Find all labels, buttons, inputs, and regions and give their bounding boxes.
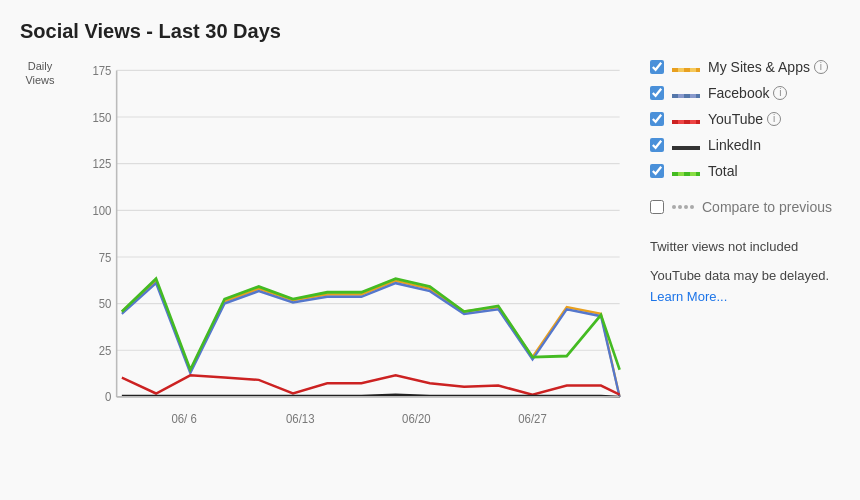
legend-checkbox-total[interactable] — [650, 164, 664, 178]
svg-text:100: 100 — [92, 203, 111, 218]
svg-text:06/ 6: 06/ 6 — [171, 412, 197, 427]
legend-item-linkedin: LinkedIn — [650, 137, 840, 153]
legend-item-my-sites: My Sites & Appsi — [650, 59, 840, 75]
legend-label-text-linkedin: LinkedIn — [708, 137, 761, 153]
compare-dots-icon — [672, 205, 694, 209]
chart-inner: 175 150 125 100 75 50 25 0 06/ 6 06/13 0… — [70, 59, 630, 480]
info-icon-facebook[interactable]: i — [773, 86, 787, 100]
legend-icon-facebook — [672, 94, 700, 98]
compare-section: Compare to previous — [650, 199, 840, 215]
svg-text:175: 175 — [92, 63, 111, 78]
series-youtube — [122, 375, 620, 394]
legend-icon-linkedin — [672, 146, 700, 150]
youtube-note: YouTube data may be delayed. Learn More.… — [650, 266, 840, 308]
svg-text:06/13: 06/13 — [286, 412, 315, 427]
svg-text:50: 50 — [99, 297, 112, 312]
legend-label-text-facebook: Facebook — [708, 85, 769, 101]
twitter-note: Twitter views not included — [650, 237, 840, 258]
legend-panel: My Sites & AppsiFacebookiYouTubeiLinkedI… — [630, 59, 840, 480]
legend-icon-my-sites — [672, 68, 700, 72]
compare-label[interactable]: Compare to previous — [702, 199, 832, 215]
svg-text:06/20: 06/20 — [402, 412, 431, 427]
legend-label-total: Total — [708, 163, 738, 179]
page-title: Social Views - Last 30 Days — [20, 20, 840, 43]
legend-item-facebook: Facebooki — [650, 85, 840, 101]
learn-more-link[interactable]: Learn More... — [650, 289, 727, 304]
legend-icon-total — [672, 172, 700, 176]
y-axis-label: Daily Views — [20, 59, 60, 88]
svg-text:0: 0 — [105, 390, 112, 405]
legend-label-text-my-sites: My Sites & Apps — [708, 59, 810, 75]
svg-text:75: 75 — [99, 250, 112, 265]
info-icon-youtube[interactable]: i — [767, 112, 781, 126]
chart-svg: 175 150 125 100 75 50 25 0 06/ 6 06/13 0… — [70, 59, 630, 480]
svg-text:125: 125 — [92, 157, 111, 172]
legend-label-my-sites: My Sites & Appsi — [708, 59, 828, 75]
compare-checkbox[interactable] — [650, 200, 664, 214]
series-sites — [122, 281, 620, 397]
svg-text:06/27: 06/27 — [518, 412, 547, 427]
notes-section: Twitter views not included YouTube data … — [650, 237, 840, 307]
legend-label-text-youtube: YouTube — [708, 111, 763, 127]
legend-checkbox-linkedin[interactable] — [650, 138, 664, 152]
legend-label-linkedin: LinkedIn — [708, 137, 761, 153]
legend-checkbox-facebook[interactable] — [650, 86, 664, 100]
chart-area: Daily Views 175 150 125 100 75 50 25 — [20, 59, 630, 480]
legend-label-youtube: YouTubei — [708, 111, 781, 127]
info-icon-my-sites[interactable]: i — [814, 60, 828, 74]
svg-text:25: 25 — [99, 343, 112, 358]
legend-item-youtube: YouTubei — [650, 111, 840, 127]
chart-container: Daily Views 175 150 125 100 75 50 25 — [20, 59, 840, 480]
svg-text:150: 150 — [92, 110, 111, 125]
youtube-note-text: YouTube data may be delayed. — [650, 268, 829, 283]
legend-checkbox-my-sites[interactable] — [650, 60, 664, 74]
legend-label-text-total: Total — [708, 163, 738, 179]
legend-checkbox-youtube[interactable] — [650, 112, 664, 126]
legend-icon-youtube — [672, 120, 700, 124]
legend-label-facebook: Facebooki — [708, 85, 787, 101]
legend-item-total: Total — [650, 163, 840, 179]
